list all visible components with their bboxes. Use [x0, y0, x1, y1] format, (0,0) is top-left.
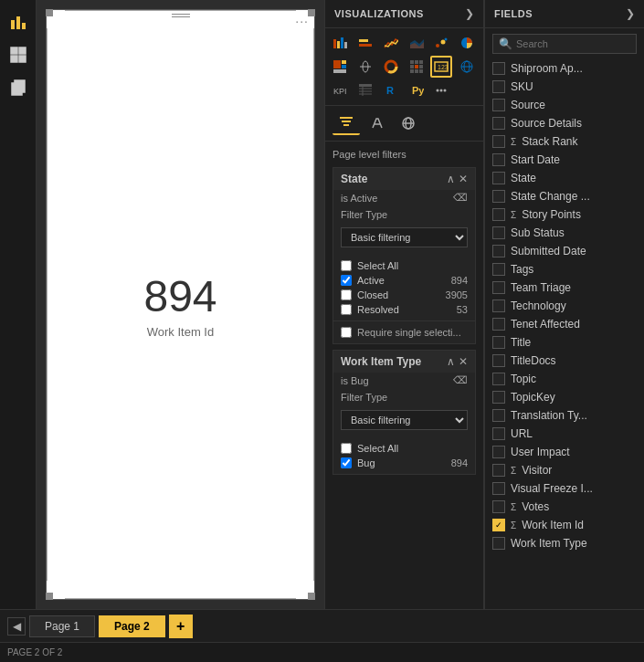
field-label: Tags [511, 263, 637, 276]
resize-handle-bl[interactable] [46, 593, 53, 600]
page-prev-button[interactable]: ◀ [7, 617, 26, 636]
viz-icon-scatter[interactable] [430, 32, 452, 54]
viz-icon-matrix[interactable] [406, 56, 428, 78]
resize-handle-tr[interactable] [308, 9, 315, 16]
field-item[interactable]: Sub Status [485, 224, 644, 242]
pages-icon[interactable] [4, 73, 33, 102]
field-item[interactable]: ΣWork Item Id [485, 516, 644, 534]
bug-checkbox[interactable] [341, 457, 352, 468]
closed-checkbox[interactable] [341, 289, 352, 300]
state-filter-chevron[interactable]: ∧ [447, 173, 455, 185]
viz-icon-table2[interactable] [354, 79, 376, 101]
require-single-checkbox[interactable] [341, 327, 352, 338]
viz-icon-kpi[interactable]: KPI [329, 79, 351, 101]
state-filter-eraser[interactable]: ⌫ [453, 192, 468, 204]
field-item[interactable]: ΣVisitor [485, 461, 644, 479]
field-item[interactable]: Start Date [485, 151, 644, 169]
active-checkbox[interactable] [341, 275, 352, 286]
state-filter-icons: ∧ ✕ [447, 173, 468, 185]
field-check [492, 446, 505, 458]
field-item[interactable]: Translation Ty... [485, 406, 644, 425]
workitemtype-filter-close[interactable]: ✕ [459, 355, 468, 368]
filter-tab[interactable] [333, 111, 360, 135]
fields-title: FIELDS [494, 8, 533, 19]
viz-icon-donut[interactable] [380, 56, 402, 78]
field-check [492, 299, 505, 312]
viz-icon-bar[interactable] [354, 32, 376, 54]
select-all-checkbox[interactable] [341, 260, 352, 271]
field-item[interactable]: URL [485, 425, 644, 443]
viz-icon-card[interactable]: 123 [430, 56, 452, 78]
viz-icon-treemap[interactable] [329, 56, 351, 78]
chart-bar-icon[interactable] [4, 7, 33, 37]
filter-item-select-all[interactable]: Select All [341, 258, 468, 273]
viz-icon-r[interactable]: R [380, 79, 402, 101]
resolved-checkbox[interactable] [341, 304, 352, 315]
field-item[interactable]: Submitted Date [485, 242, 644, 260]
viz-icon-pie[interactable] [456, 32, 478, 54]
analytics-tab[interactable] [395, 111, 422, 135]
field-item[interactable]: Source [485, 96, 644, 114]
wt-filter-item-bug[interactable]: Bug 894 [341, 456, 468, 470]
fields-expand-icon[interactable]: ❯ [626, 7, 635, 20]
filter-item-resolved[interactable]: Resolved 53 [341, 302, 468, 317]
field-check [492, 172, 505, 184]
page-2-tab[interactable]: Page 2 [99, 615, 165, 637]
field-item[interactable]: Technology [485, 297, 644, 315]
svg-point-19 [445, 38, 448, 41]
viz-expand-icon[interactable]: ❯ [465, 7, 474, 20]
viz-tabs [325, 106, 483, 142]
viz-icon-stacked-bar[interactable] [329, 32, 351, 54]
field-item[interactable]: TitleDocs [485, 352, 644, 370]
field-item[interactable]: Topic [485, 370, 644, 388]
page-add-button[interactable]: + [169, 615, 193, 638]
viz-icon-more[interactable] [430, 79, 452, 101]
field-check [492, 226, 505, 239]
viz-icon-python[interactable]: Py [406, 79, 428, 101]
workitemtype-filter-eraser[interactable]: ⌫ [453, 374, 468, 386]
grid-icon[interactable] [4, 40, 33, 69]
filter-item-active[interactable]: Active 894 [341, 273, 468, 288]
field-item[interactable]: State [485, 169, 644, 187]
viz-icon-map[interactable] [354, 56, 376, 78]
wt-filter-item-select-all[interactable]: Select All [341, 441, 468, 456]
field-check [492, 208, 505, 221]
viz-icon-line[interactable] [380, 32, 402, 54]
workitemtype-filter-title: Work Item Type [341, 355, 421, 368]
state-filter-select[interactable]: Basic filtering Advanced filtering [341, 227, 468, 247]
filter-item-closed[interactable]: Closed 3905 [341, 288, 468, 302]
field-item[interactable]: ΣStory Points [485, 205, 644, 224]
viz-icon-area[interactable] [406, 32, 428, 54]
field-item[interactable]: Tags [485, 260, 644, 278]
field-item[interactable]: Tenet Affected [485, 315, 644, 333]
field-item[interactable]: Team Triage [485, 278, 644, 297]
field-item[interactable]: Title [485, 333, 644, 352]
field-item[interactable]: State Change ... [485, 187, 644, 205]
format-tab[interactable] [364, 111, 391, 135]
field-item[interactable]: SKU [485, 78, 644, 96]
field-item[interactable]: Work Item Type [485, 534, 644, 552]
workitemtype-filter-select[interactable]: Basic filtering Advanced filtering [341, 410, 468, 430]
canvas-dots[interactable]: ··· [295, 14, 309, 28]
field-label: Team Triage [511, 281, 637, 294]
field-item[interactable]: TopicKey [485, 388, 644, 406]
state-filter-close[interactable]: ✕ [459, 173, 468, 185]
field-item[interactable]: ΣVotes [485, 498, 644, 516]
field-item[interactable]: Source Details [485, 114, 644, 132]
field-item[interactable]: User Impact [485, 443, 644, 461]
bug-count: 894 [451, 457, 468, 468]
fields-search-box[interactable]: 🔍 [492, 34, 637, 54]
field-item[interactable]: Shiproom Ap... [485, 59, 644, 78]
field-check [492, 482, 505, 495]
fields-search-input[interactable] [516, 38, 642, 49]
field-item[interactable]: Visual Freeze I... [485, 479, 644, 498]
resize-handle-br[interactable] [308, 593, 315, 600]
viz-icon-globe[interactable] [456, 56, 478, 78]
workitemtype-filter-chevron[interactable]: ∧ [447, 355, 455, 368]
wt-select-all-checkbox[interactable] [341, 443, 352, 454]
page-1-tab[interactable]: Page 1 [29, 615, 95, 637]
field-item[interactable]: ΣStack Rank [485, 132, 644, 151]
field-check [492, 153, 505, 166]
resize-handle-tl[interactable] [46, 9, 53, 16]
canvas-page[interactable]: ··· 894 Work Item Id [46, 9, 315, 600]
